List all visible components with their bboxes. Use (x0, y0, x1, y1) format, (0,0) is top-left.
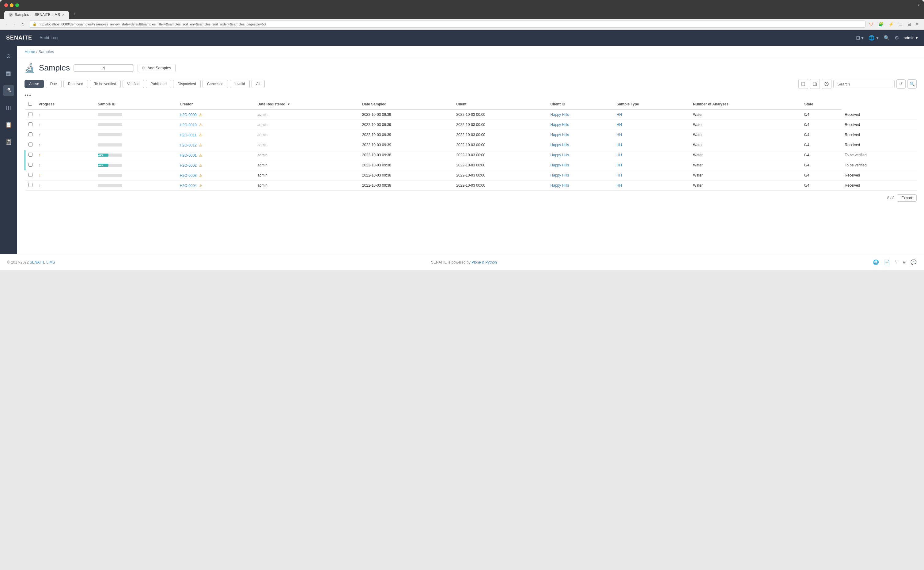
client-id-link[interactable]: HH (617, 163, 622, 167)
filter-tab-all[interactable]: All (251, 80, 265, 88)
row-progress-bar (95, 140, 177, 150)
filter-tab-received[interactable]: Received (63, 80, 88, 88)
sidebar-item-analytics[interactable]: ▦ (3, 68, 14, 79)
plone-python-link[interactable]: Plone & Python (471, 260, 497, 265)
sample-id-link[interactable]: H2O-0010 (180, 123, 197, 127)
url-bar[interactable]: 🔒 http://localhost:8080/demo/samples#?sa… (29, 20, 865, 28)
sidebar-item-samples[interactable]: ⚗ (3, 85, 14, 96)
col-header-num-analyses[interactable]: Number of Analyses (690, 99, 801, 109)
minimize-button[interactable] (10, 3, 14, 7)
active-tab[interactable]: ⊙ Samples — SENAITE LIMS ✕ (4, 11, 69, 19)
copy-icon-btn[interactable] (810, 79, 820, 89)
back-button[interactable]: ‹ (4, 21, 9, 27)
filter-tab-published[interactable]: Published (146, 80, 171, 88)
client-id-link[interactable]: HH (617, 173, 622, 178)
browser-sync-icon[interactable]: ⚡ (887, 21, 895, 27)
filter-tab-dispatched[interactable]: Dispatched (173, 80, 201, 88)
col-header-sample-id[interactable]: Sample ID (95, 99, 177, 109)
client-link[interactable]: Happy Hills (551, 123, 569, 127)
filter-tab-due[interactable]: Due (46, 80, 61, 88)
browser-menu-icon[interactable]: ≡ (915, 21, 920, 27)
filter-tab-invalid[interactable]: Invalid (230, 80, 250, 88)
filter-tab-cancelled[interactable]: Cancelled (202, 80, 228, 88)
reload-button[interactable]: ↻ (19, 21, 27, 27)
new-tab-button[interactable]: + (70, 10, 78, 19)
footer-hash-icon[interactable]: # (903, 259, 906, 265)
client-link[interactable]: Happy Hills (551, 173, 569, 178)
forward-button[interactable]: › (12, 21, 17, 27)
footer-brand-link[interactable]: SENAITE LIMS (30, 260, 55, 265)
add-samples-button[interactable]: ⊕ Add Samples (138, 64, 176, 72)
row-checkbox[interactable] (29, 112, 32, 116)
row-checkbox[interactable] (29, 153, 32, 156)
sidebar-item-notebook[interactable]: 📓 (3, 136, 14, 147)
col-header-creator[interactable]: Creator (177, 99, 255, 109)
row-checkbox[interactable] (29, 132, 32, 136)
row-checkbox[interactable] (29, 173, 32, 177)
sample-id-link[interactable]: H2O-0001 (180, 153, 197, 158)
search-input[interactable] (833, 80, 895, 88)
footer-chat-icon[interactable]: 💬 (910, 259, 916, 265)
sidebar-item-layers[interactable]: ◫ (3, 102, 14, 113)
row-checkbox[interactable] (29, 142, 32, 147)
maximize-button[interactable] (15, 3, 19, 7)
client-link[interactable]: Happy Hills (551, 163, 569, 167)
row-date-registered: 2022-10-03 09:39 (359, 140, 453, 150)
filter-tab-verified[interactable]: Verified (122, 80, 144, 88)
col-header-date-sampled[interactable]: Date Sampled (359, 99, 453, 109)
client-id-link[interactable]: HH (617, 143, 622, 147)
tab-close-button[interactable]: ✕ (62, 13, 65, 17)
sidebar-toggle-icon[interactable]: ▭ (897, 21, 904, 27)
globe-icon[interactable]: 🌐 ▾ (869, 35, 878, 41)
more-options-button[interactable]: ••• (17, 91, 924, 99)
sample-count-input[interactable]: 4 (73, 64, 134, 72)
client-id-link[interactable]: HH (617, 133, 622, 137)
sample-id-link[interactable]: H2O-0011 (180, 133, 197, 137)
footer-branch-icon[interactable]: ⑂ (895, 259, 898, 265)
sample-id-link[interactable]: H2O-0012 (180, 143, 197, 147)
brave-shield-icon[interactable]: 🛡 (868, 21, 875, 27)
filter-tab-active[interactable]: Active (24, 80, 44, 88)
apps-grid-icon[interactable]: ⊞ ▾ (856, 35, 864, 41)
search-go-button[interactable]: 🔍 (907, 80, 916, 89)
client-link[interactable]: Happy Hills (551, 153, 569, 157)
sample-id-link[interactable]: H2O-0009 (180, 113, 197, 117)
col-header-state[interactable]: State (801, 99, 841, 109)
col-header-client-id[interactable]: Client ID (548, 99, 613, 109)
sample-id-link[interactable]: H2O-0002 (180, 163, 197, 168)
extensions-icon[interactable]: 🧩 (877, 21, 885, 27)
search-reset-button[interactable]: ↺ (896, 80, 906, 89)
sample-id-link[interactable]: H2O-0003 (180, 173, 197, 178)
sidebar-item-reports[interactable]: 📋 (3, 119, 14, 130)
row-checkbox[interactable] (29, 122, 32, 126)
footer-docs-icon[interactable]: 📄 (884, 259, 890, 265)
client-id-link[interactable]: HH (617, 123, 622, 127)
client-link[interactable]: Happy Hills (551, 183, 569, 187)
user-menu[interactable]: admin ▾ (904, 35, 918, 40)
col-header-client[interactable]: Client (453, 99, 547, 109)
client-link[interactable]: Happy Hills (551, 143, 569, 147)
row-checkbox[interactable] (29, 163, 32, 167)
row-checkbox[interactable] (29, 183, 32, 187)
browser-toolbar: ▾ (4, 3, 920, 8)
client-id-link[interactable]: HH (617, 183, 622, 187)
close-button[interactable] (4, 3, 8, 7)
top-search-icon[interactable]: 🔍 (884, 35, 890, 41)
clipboard-icon-btn[interactable] (799, 79, 808, 89)
col-header-date-registered[interactable]: Date Registered ▼ (254, 99, 359, 109)
client-link[interactable]: Happy Hills (551, 133, 569, 137)
col-header-sample-type[interactable]: Sample Type (613, 99, 690, 109)
footer-globe-icon[interactable]: 🌐 (873, 259, 879, 265)
settings-icon[interactable]: ⚙ (895, 35, 899, 41)
breadcrumb-home[interactable]: Home (24, 49, 35, 54)
bookmark-manager-icon[interactable]: ⊟ (906, 21, 912, 27)
clock-icon-btn[interactable] (822, 79, 831, 89)
client-link[interactable]: Happy Hills (551, 112, 569, 117)
select-all-checkbox[interactable] (28, 102, 32, 106)
client-id-link[interactable]: HH (617, 112, 622, 117)
filter-tab-to-be-verified[interactable]: To be verified (90, 80, 121, 88)
sample-id-link[interactable]: H2O-0004 (180, 184, 197, 188)
sidebar-item-dashboard[interactable]: ⊙ (3, 51, 14, 61)
client-id-link[interactable]: HH (617, 153, 622, 157)
export-button[interactable]: Export (897, 194, 916, 202)
